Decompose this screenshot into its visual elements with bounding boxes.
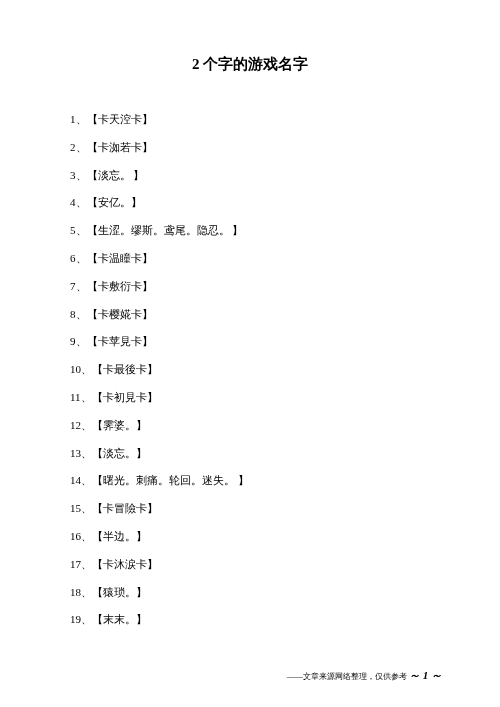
list-item: 18、【猿琐。】 xyxy=(70,585,430,599)
list-item: 19、【末末。】 xyxy=(70,612,430,626)
list-item: 10、【卡最後卡】 xyxy=(70,362,430,376)
list-item: 1、【卡天涳卡】 xyxy=(70,112,430,126)
list-item: 14、【曙光。刺痛。轮回。迷失。 】 xyxy=(70,473,430,487)
list-item: 5、【生涩。缪斯。鸢尾。隐忍。 】 xyxy=(70,223,430,237)
list-item: 2、【卡洳若卡】 xyxy=(70,140,430,154)
list-item: 4、【安亿。】 xyxy=(70,195,430,209)
list-item: 12、【霁婆。】 xyxy=(70,418,430,432)
list-item: 16、【半边。】 xyxy=(70,529,430,543)
name-list: 1、【卡天涳卡】 2、【卡洳若卡】 3、【淡忘。 】 4、【安亿。】 5、【生涩… xyxy=(70,112,430,627)
list-item: 11、【卡初見卡】 xyxy=(70,390,430,404)
list-item: 6、【卡温瞳卡】 xyxy=(70,251,430,265)
list-item: 15、【卡冒險卡】 xyxy=(70,501,430,515)
page-title: 2 个字的游戏名字 xyxy=(70,55,430,74)
list-item: 9、【卡苹見卡】 xyxy=(70,334,430,348)
page-footer: ——文章来源网络整理，仅供参考 ～ 1 ～ xyxy=(287,668,442,683)
footer-source: ——文章来源网络整理，仅供参考 xyxy=(287,672,407,681)
footer-page-number: ～ 1 ～ xyxy=(409,669,442,681)
list-item: 3、【淡忘。 】 xyxy=(70,168,430,182)
list-item: 13、【淡忘。】 xyxy=(70,446,430,460)
list-item: 7、【卡敷衍卡】 xyxy=(70,279,430,293)
list-item: 17、【卡沐涙卡】 xyxy=(70,557,430,571)
list-item: 8、【卡樱婲卡】 xyxy=(70,307,430,321)
